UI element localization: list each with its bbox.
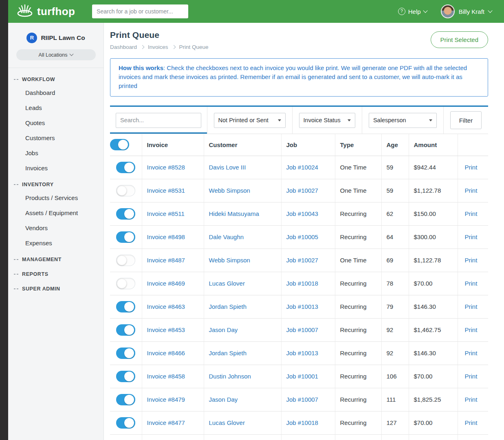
- invoice-link[interactable]: Invoice #8479: [147, 396, 185, 403]
- global-search-input[interactable]: [92, 4, 188, 18]
- col-header-age: Age: [381, 134, 409, 156]
- job-link[interactable]: Job #10018: [286, 419, 318, 426]
- row-select-toggle[interactable]: [116, 278, 135, 289]
- invoice-link[interactable]: Invoice #8463: [147, 303, 185, 310]
- toggle-knob: [124, 325, 134, 335]
- invoice-link[interactable]: Invoice #8531: [147, 187, 185, 194]
- print-link[interactable]: Print: [465, 280, 478, 287]
- print-link[interactable]: Print: [465, 419, 478, 426]
- invoice-status-select[interactable]: Invoice Status: [299, 113, 355, 128]
- sidebar-item-assets-equipment[interactable]: Assets / Equipment: [8, 205, 103, 220]
- help-menu[interactable]: ? Help: [398, 8, 427, 15]
- job-link[interactable]: Job #10018: [286, 280, 318, 287]
- invoice-link[interactable]: Invoice #8498: [147, 233, 185, 240]
- table-row: Invoice #8511 Hideki Matsuyama Job #1004…: [110, 202, 488, 225]
- customer-link[interactable]: Hideki Matsuyama: [209, 210, 259, 217]
- table-header-row: Invoice Customer Job Type Age Amount: [110, 134, 488, 156]
- job-link[interactable]: Job #10043: [286, 210, 318, 217]
- row-select-toggle[interactable]: [116, 185, 135, 196]
- invoice-link[interactable]: Invoice #8477: [147, 419, 185, 426]
- print-selected-button[interactable]: Print Selected: [431, 31, 488, 48]
- customer-link[interactable]: Davis Love III: [209, 164, 246, 171]
- customer-link[interactable]: Jordan Spieth: [209, 303, 247, 310]
- invoice-link[interactable]: Invoice #8528: [147, 164, 185, 171]
- nav-section-inventory[interactable]: INVENTORY: [8, 176, 103, 190]
- sidebar-item-dashboard[interactable]: Dashboard: [8, 85, 103, 100]
- printed-filter-value: Not Printed or Sent: [218, 117, 269, 123]
- print-link[interactable]: Print: [465, 396, 478, 403]
- sidebar-item-jobs[interactable]: Jobs: [8, 145, 103, 161]
- invoice-link[interactable]: Invoice #8466: [147, 350, 185, 356]
- invoice-age: 127: [381, 411, 409, 434]
- job-link[interactable]: Job #10027: [286, 187, 318, 194]
- job-link[interactable]: Job #10013: [286, 350, 318, 356]
- job-link[interactable]: Job #10007: [286, 396, 318, 403]
- row-select-toggle[interactable]: [116, 324, 135, 336]
- job-link[interactable]: Job #10005: [286, 233, 318, 240]
- customer-link[interactable]: Dale Vaughn: [209, 233, 244, 240]
- print-link[interactable]: Print: [465, 210, 478, 217]
- sidebar-item-expenses[interactable]: Expenses: [8, 235, 103, 251]
- breadcrumb-dashboard[interactable]: Dashboard: [110, 44, 137, 50]
- printed-filter-select[interactable]: Not Printed or Sent: [214, 113, 286, 128]
- job-link[interactable]: Job #10007: [286, 326, 318, 333]
- print-link[interactable]: Print: [465, 187, 478, 194]
- invoice-link[interactable]: Invoice #8487: [147, 257, 185, 264]
- select-all-toggle[interactable]: [110, 139, 129, 150]
- nav-section-super-admin[interactable]: SUPER ADMIN: [8, 280, 103, 295]
- invoice-link[interactable]: Invoice #8511: [147, 210, 185, 217]
- customer-link[interactable]: Jason Day: [209, 396, 238, 403]
- location-selector[interactable]: All Locations: [16, 49, 96, 60]
- invoice-link[interactable]: Invoice #8469: [147, 280, 185, 287]
- nav-section-management[interactable]: MANAGEMENT: [8, 251, 103, 265]
- table-search-input[interactable]: [116, 113, 201, 128]
- salesperson-select[interactable]: Salesperson: [369, 113, 437, 128]
- sidebar-item-invoices[interactable]: Invoices: [8, 161, 103, 176]
- invoice-link[interactable]: Invoice #8453: [147, 326, 185, 333]
- customer-link[interactable]: Jason Day: [209, 326, 238, 333]
- job-link[interactable]: Job #10013: [286, 303, 318, 310]
- print-link[interactable]: Print: [465, 303, 478, 310]
- print-link[interactable]: Print: [465, 257, 478, 264]
- invoice-link[interactable]: Invoice #8458: [147, 373, 185, 380]
- user-menu[interactable]: Billy Kraft: [441, 4, 492, 18]
- info-box-text: : Check the checkboxes next to each invo…: [119, 64, 467, 89]
- row-select-toggle[interactable]: [116, 162, 135, 173]
- filter-search-section: [110, 107, 207, 134]
- filter-button[interactable]: Filter: [450, 111, 482, 129]
- row-select-toggle[interactable]: [116, 301, 135, 312]
- nav-section-reports[interactable]: REPORTS: [8, 265, 103, 280]
- brand-logo[interactable]: turfhop: [16, 4, 75, 19]
- nav-section-workflow[interactable]: WORKFLOW: [8, 70, 103, 85]
- sidebar-item-leads[interactable]: Leads: [8, 100, 103, 115]
- row-select-toggle[interactable]: [116, 417, 135, 429]
- sidebar-item-products-services[interactable]: Products / Services: [8, 190, 103, 205]
- print-link[interactable]: Print: [465, 373, 478, 380]
- customer-link[interactable]: Webb Simpson: [209, 257, 250, 264]
- print-link[interactable]: Print: [465, 326, 478, 333]
- customer-link[interactable]: Dustin Johnson: [209, 373, 251, 380]
- row-select-toggle[interactable]: [116, 208, 135, 220]
- invoice-type: Recurring: [335, 225, 381, 249]
- customer-link[interactable]: Jordan Spieth: [209, 350, 247, 356]
- print-link[interactable]: Print: [465, 164, 478, 171]
- row-select-toggle[interactable]: [116, 255, 135, 266]
- sidebar-item-quotes[interactable]: Quotes: [8, 115, 103, 130]
- row-select-toggle[interactable]: [116, 371, 135, 382]
- row-select-toggle[interactable]: [116, 348, 135, 359]
- row-toggle-cell: [110, 202, 142, 225]
- breadcrumb-invoices[interactable]: Invoices: [148, 44, 168, 50]
- print-link[interactable]: Print: [465, 233, 478, 240]
- dropdown-caret-icon: [348, 119, 351, 121]
- customer-link[interactable]: Lucas Glover: [209, 419, 245, 426]
- sidebar-item-customers[interactable]: Customers: [8, 130, 103, 145]
- row-select-toggle[interactable]: [116, 394, 135, 405]
- customer-link[interactable]: Lucas Glover: [209, 280, 245, 287]
- print-link[interactable]: Print: [465, 350, 478, 356]
- row-select-toggle[interactable]: [116, 231, 135, 243]
- job-link[interactable]: Job #10001: [286, 373, 318, 380]
- customer-link[interactable]: Webb Simpson: [209, 187, 250, 194]
- job-link[interactable]: Job #10027: [286, 257, 318, 264]
- sidebar-item-vendors[interactable]: Vendors: [8, 220, 103, 235]
- job-link[interactable]: Job #10024: [286, 164, 318, 171]
